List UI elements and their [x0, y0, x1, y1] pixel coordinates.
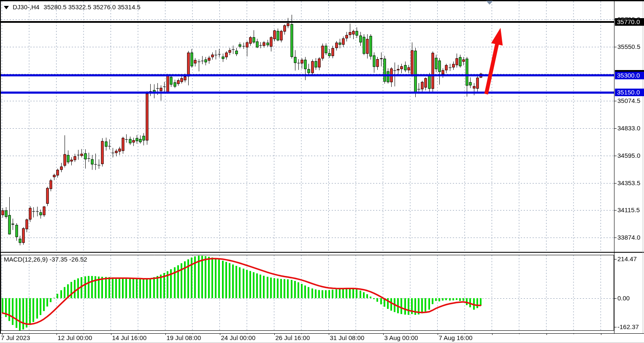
level-price-box[interactable]: 35150.0 [615, 89, 644, 96]
price-chart-canvas[interactable] [0, 0, 644, 343]
time-axis-tick-label: 7 Jul 2023 [1, 335, 30, 341]
time-axis-tick-label: 12 Jul 00:00 [58, 335, 92, 341]
chart-shift-marker-icon[interactable] [486, 1, 493, 5]
level-price-box[interactable]: 35770.0 [615, 18, 644, 26]
price-axis-tick-label: 34833.0 [617, 125, 640, 132]
time-axis-tick-label: 14 Jul 16:00 [112, 335, 147, 341]
ohlc-values-label: 35280.5 35322.5 35276.0 35314.5 [43, 3, 140, 11]
price-axis-tick-label: 34595.0 [617, 152, 640, 159]
time-axis-tick-label: 3 Aug 00:00 [384, 335, 418, 341]
time-axis-tick-label: 26 Jul 16:00 [276, 335, 310, 341]
price-axis-tick-label: 33874.0 [617, 234, 640, 241]
price-axis-tick-label: 34353.5 [617, 180, 640, 186]
macd-axis-tick-label: 214.47 [617, 256, 637, 262]
symbol-period-label: DJ30-,H4 [13, 3, 39, 11]
macd-axis-tick-label: 0.00 [617, 295, 630, 302]
time-axis-tick-label: 7 Aug 16:00 [439, 335, 473, 341]
time-axis-tick-label: 31 Jul 08:00 [330, 335, 365, 341]
macd-axis-tick-label: -162.37 [617, 324, 639, 330]
time-axis-tick-label: 24 Jul 00:00 [221, 335, 256, 341]
symbol-dropdown-icon[interactable] [4, 6, 9, 9]
price-axis-tick-label: 34115.5 [617, 207, 640, 213]
price-axis-tick-label: 35074.5 [617, 97, 640, 104]
trading-chart-window: DJ30-,H4 35280.5 35322.5 35276.0 35314.5… [0, 0, 644, 343]
macd-indicator-label: MACD(12,26,9) -37.35 -26.52 [4, 256, 87, 263]
level-price-box[interactable]: 35300.0 [615, 72, 644, 79]
time-axis-tick-label: 19 Jul 08:00 [167, 335, 201, 341]
chart-title: DJ30-,H4 35280.5 35322.5 35276.0 35314.5 [4, 3, 141, 11]
price-axis-tick-label: 35550.5 [617, 43, 640, 50]
